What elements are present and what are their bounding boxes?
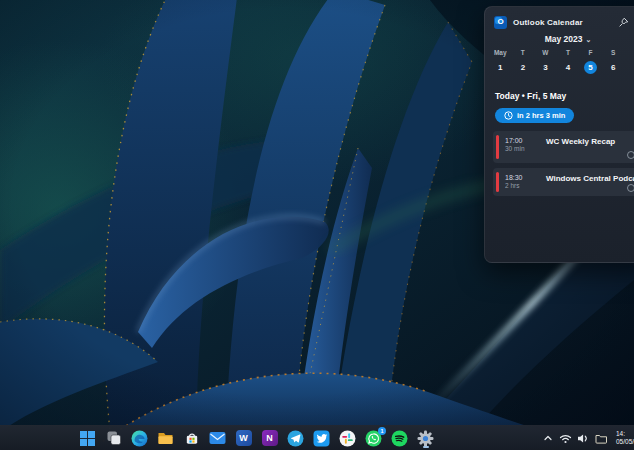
event-status-icon — [627, 151, 634, 159]
edge-browser-icon — [131, 430, 148, 447]
taskbar-icon-spotify[interactable] — [390, 429, 409, 448]
windows-logo-icon — [80, 431, 95, 446]
speaker-icon — [577, 433, 590, 444]
taskbar-icon-microsoft-store[interactable] — [182, 429, 201, 448]
date-cell[interactable]: 1 — [489, 59, 512, 75]
event-card[interactable]: 18:30 2 hrs Windows Central Podcast — [493, 168, 634, 196]
today-label: Today • Fri, 5 May — [495, 91, 634, 103]
date-cell[interactable]: 4 — [557, 59, 580, 75]
chevron-down-icon: ⌄ — [585, 36, 591, 43]
spotify-icon — [391, 430, 408, 447]
calendar-day-headers: May T W T F S — [489, 47, 634, 58]
clock-date: 05/05/ — [616, 438, 634, 446]
day-header: May — [489, 47, 512, 58]
clock-icon — [504, 111, 513, 120]
tray-network-button[interactable] — [559, 432, 572, 445]
outlook-calendar-icon: O — [494, 16, 507, 29]
event-card[interactable]: 17:00 30 min WC Weekly Recap — [493, 131, 634, 163]
taskbar-app-icons: W N — [78, 426, 435, 450]
day-header: F — [579, 47, 602, 58]
event-accent-bar — [496, 172, 499, 192]
countdown-pill[interactable]: in 2 hrs 3 min — [495, 108, 574, 123]
chevron-up-icon — [543, 433, 553, 443]
tray-volume-button[interactable] — [577, 432, 590, 445]
widget-header: O Outlook Calendar — [485, 7, 634, 30]
month-label: May 2023 — [545, 34, 583, 44]
telegram-icon — [287, 430, 304, 447]
day-header: T — [512, 47, 535, 58]
date-cell[interactable]: 6 — [602, 59, 625, 75]
active-app-indicator — [423, 446, 429, 448]
event-time: 18:30 — [505, 173, 538, 182]
pin-button[interactable] — [617, 16, 629, 28]
taskbar-icon-onenote[interactable]: N — [260, 429, 279, 448]
calendar-dates-row: 1 2 3 4 5 6 — [489, 59, 634, 75]
day-header — [624, 47, 634, 58]
taskbar-icon-settings[interactable] — [416, 429, 435, 448]
event-duration: 2 hrs — [505, 182, 538, 190]
month-selector[interactable]: May 2023⌄ — [485, 34, 634, 46]
pin-icon — [618, 17, 629, 28]
start-button[interactable] — [78, 429, 97, 448]
day-header: W — [534, 47, 557, 58]
task-view-icon — [106, 430, 122, 446]
taskbar-icon-twitter[interactable] — [312, 429, 331, 448]
system-clock[interactable]: 14: 05/05/ — [616, 430, 634, 446]
day-header: T — [557, 47, 580, 58]
twitter-bird-icon — [313, 430, 330, 447]
date-cell[interactable]: 3 — [534, 59, 557, 75]
widget-title: Outlook Calendar — [513, 18, 583, 27]
word-icon: W — [236, 430, 252, 446]
countdown-label: in 2 hrs 3 min — [517, 111, 565, 120]
system-tray: 14: 05/05/ — [541, 426, 634, 450]
tray-folder-button[interactable] — [595, 432, 608, 445]
slack-icon — [339, 430, 356, 447]
taskbar-icon-slack[interactable] — [338, 429, 357, 448]
store-bag-icon — [184, 430, 200, 446]
date-cell-selected[interactable]: 5 — [579, 59, 602, 75]
folder-icon — [157, 430, 174, 446]
event-title: WC Weekly Recap — [546, 137, 615, 146]
date-cell — [624, 59, 634, 75]
taskbar-icon-mail[interactable] — [208, 429, 227, 448]
outlook-calendar-widget: O Outlook Calendar May 2023⌄ May T W T F… — [484, 6, 634, 263]
wifi-icon — [559, 433, 572, 444]
desktop: O Outlook Calendar May 2023⌄ May T W T F… — [0, 0, 634, 450]
onenote-icon: N — [262, 430, 278, 446]
taskbar-icon-edge[interactable] — [130, 429, 149, 448]
notification-badge: 1 — [378, 427, 386, 435]
taskbar-icon-whatsapp[interactable]: 1 — [364, 429, 383, 448]
taskbar: W N — [0, 425, 634, 450]
tray-folder-icon — [595, 433, 608, 444]
event-time: 17:00 — [505, 136, 538, 145]
taskbar-icon-file-explorer[interactable] — [156, 429, 175, 448]
mail-envelope-icon — [209, 431, 226, 445]
event-title: Windows Central Podcast — [546, 174, 634, 183]
day-header: S — [602, 47, 625, 58]
event-status-icon — [627, 184, 634, 192]
taskbar-icon-word[interactable]: W — [234, 429, 253, 448]
task-view-button[interactable] — [104, 429, 123, 448]
event-accent-bar — [496, 135, 499, 159]
tray-show-hidden-icons-button[interactable] — [541, 432, 554, 445]
settings-gear-icon — [417, 430, 434, 447]
date-cell[interactable]: 2 — [512, 59, 535, 75]
event-duration: 30 min — [505, 145, 538, 153]
clock-time: 14: — [616, 430, 634, 438]
taskbar-icon-telegram[interactable] — [286, 429, 305, 448]
